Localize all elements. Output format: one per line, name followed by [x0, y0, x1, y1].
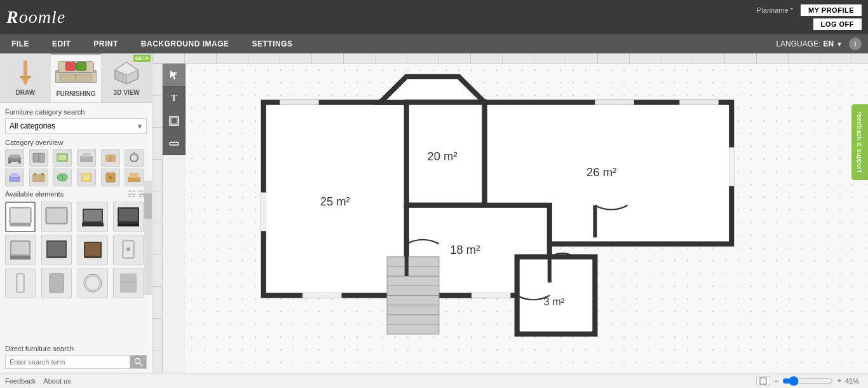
- cat-item-11[interactable]: [125, 169, 144, 186]
- tab-furnishing[interactable]: FURNISHING: [51, 53, 102, 102]
- elem-4[interactable]: [5, 235, 36, 265]
- svg-rect-2: [20, 76, 31, 78]
- elem-6[interactable]: [78, 235, 108, 265]
- menu-settings[interactable]: SETTINGS: [241, 34, 304, 53]
- log-off-button[interactable]: LOG OFF: [813, 18, 862, 30]
- elem-10[interactable]: [78, 268, 108, 298]
- bottom-bar: Feedback About us − + 41%: [0, 373, 868, 388]
- svg-rect-68: [171, 118, 177, 124]
- search-wrapper: [5, 355, 147, 369]
- elem-8[interactable]: [5, 268, 36, 298]
- svg-rect-50: [85, 243, 100, 256]
- elem-1[interactable]: [41, 202, 72, 232]
- about-us-link[interactable]: About us: [43, 377, 71, 385]
- svg-rect-23: [34, 173, 36, 176]
- svg-rect-37: [47, 209, 66, 223]
- svg-point-30: [109, 176, 112, 179]
- menu-bar: FILE EDIT PRINT BACKGROUND IMAGE SETTING…: [0, 34, 868, 53]
- svg-marker-1: [22, 78, 29, 86]
- language-value[interactable]: EN: [823, 39, 834, 48]
- elem-5[interactable]: [41, 235, 72, 265]
- tool-door[interactable]: [163, 109, 186, 132]
- svg-text:26 m²: 26 m²: [587, 165, 616, 179]
- language-arrow[interactable]: ▼: [836, 41, 843, 48]
- elem-7[interactable]: [113, 235, 144, 265]
- language-area: LANGUAGE: EN ▼ i: [776, 38, 868, 50]
- svg-rect-24: [41, 173, 44, 176]
- list-view-icon[interactable]: ☷: [128, 189, 136, 199]
- cat-item-9[interactable]: [77, 169, 96, 186]
- svg-rect-87: [280, 100, 318, 105]
- elem-11[interactable]: [113, 268, 144, 298]
- info-icon[interactable]: i: [849, 38, 862, 50]
- cat-item-10[interactable]: [101, 169, 120, 186]
- cat-item-7[interactable]: [29, 169, 48, 186]
- cat-item-1[interactable]: [29, 149, 48, 167]
- ruler-horizontal: [153, 53, 868, 64]
- tool-wall[interactable]: T: [163, 87, 186, 109]
- mode-tabs: DRAW FURNISHING: [0, 53, 152, 103]
- menu-background-image[interactable]: BACKGROUND IMAGE: [130, 34, 241, 53]
- svg-rect-59: [120, 274, 137, 293]
- cat-item-8[interactable]: [53, 169, 72, 186]
- svg-rect-88: [595, 100, 634, 105]
- direct-search-label: Direct furniture search: [5, 345, 147, 352]
- category-search: Furniture category search All categories…: [0, 103, 152, 139]
- bottom-left: Feedback About us: [5, 377, 71, 385]
- cat-item-4[interactable]: [101, 149, 120, 167]
- svg-text:3 m²: 3 m²: [544, 296, 565, 307]
- elem-2[interactable]: [78, 202, 108, 232]
- elem-3[interactable]: [113, 202, 144, 232]
- svg-rect-45: [11, 242, 29, 254]
- svg-text:18 m²: 18 m²: [450, 243, 480, 256]
- zoom-out-button[interactable]: −: [774, 377, 778, 385]
- svg-text:25 m²: 25 m²: [320, 195, 350, 208]
- svg-rect-90: [261, 193, 266, 232]
- cat-item-3[interactable]: [77, 149, 96, 167]
- tool-measure[interactable]: [163, 132, 186, 155]
- tab-3d-label: 3D VIEW: [114, 89, 140, 96]
- tab-3dview[interactable]: BETA 3D VIEW: [101, 53, 152, 102]
- feedback-link[interactable]: Feedback: [5, 377, 36, 385]
- feedback-support-label: feedback & support: [856, 112, 864, 172]
- main: DRAW FURNISHING: [0, 53, 868, 373]
- available-elements: Available elements ☷ ☵: [0, 189, 152, 341]
- svg-point-18: [130, 154, 138, 162]
- zoom-in-button[interactable]: +: [837, 377, 841, 385]
- bottom-right: − + 41%: [756, 376, 863, 386]
- my-profile-button[interactable]: MY PROFILE: [801, 4, 862, 16]
- tool-select[interactable]: [163, 64, 186, 87]
- svg-rect-15: [82, 153, 91, 157]
- search-input[interactable]: [5, 355, 130, 369]
- cat-search-label: Furniture category search: [5, 108, 147, 116]
- canvas-area[interactable]: T: [153, 53, 868, 373]
- svg-point-58: [86, 277, 99, 289]
- zoom-slider[interactable]: [782, 376, 833, 386]
- page-icon: [759, 377, 767, 385]
- sidebar-scrollbar[interactable]: [144, 181, 152, 295]
- ruler-vertical: [153, 64, 163, 373]
- menu-file[interactable]: FILE: [0, 34, 41, 53]
- category-dropdown[interactable]: All categories Living Room Bedroom Kitch…: [5, 118, 147, 134]
- staircase: [387, 257, 439, 335]
- menu-edit[interactable]: EDIT: [41, 34, 82, 53]
- svg-rect-46: [10, 256, 31, 260]
- cat-item-5[interactable]: [125, 149, 144, 167]
- floorplan[interactable]: 25 m² 20 m² 26 m² 18 m² 3 m²: [186, 64, 868, 373]
- search-button[interactable]: [130, 355, 147, 369]
- elem-9[interactable]: [41, 268, 72, 298]
- cat-item-2[interactable]: [53, 149, 72, 167]
- page-size-selector[interactable]: [756, 376, 770, 386]
- available-label: Available elements: [5, 190, 64, 198]
- tab-draw[interactable]: DRAW: [0, 53, 51, 102]
- furnish-icon: [55, 60, 97, 88]
- available-header: Available elements ☷ ☵: [5, 189, 147, 199]
- elem-0[interactable]: [5, 202, 36, 232]
- svg-rect-89: [679, 100, 718, 105]
- cat-item-0[interactable]: [5, 149, 24, 167]
- menu-print[interactable]: PRINT: [82, 34, 130, 53]
- svg-rect-56: [50, 274, 64, 293]
- feedback-support-button[interactable]: feedback & support: [851, 104, 868, 180]
- language-label: LANGUAGE:: [776, 39, 820, 48]
- cat-item-6[interactable]: [5, 169, 24, 186]
